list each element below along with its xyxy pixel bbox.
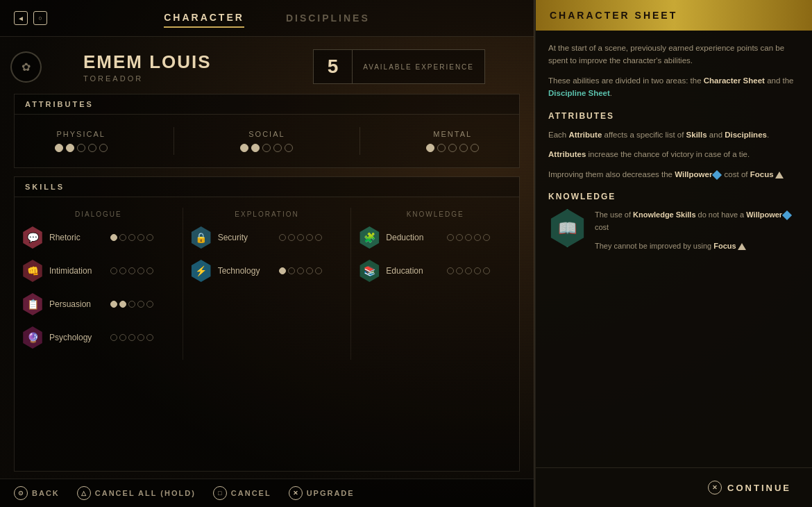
mental-dot-4 bbox=[459, 144, 468, 152]
dialogue-category-label: DIALOGUE bbox=[22, 210, 176, 218]
security-dots bbox=[279, 234, 322, 241]
sheet-content: At the start of a scene, previously earn… bbox=[536, 31, 812, 467]
cancel-button[interactable]: □ CANCEL bbox=[213, 486, 271, 500]
sheet-footer: ✕ CONTINUE bbox=[536, 467, 812, 507]
skill-technology[interactable]: ⚡ Technology bbox=[190, 260, 344, 282]
knowledge-box: 📖 The use of Knowledge Skills do not hav… bbox=[548, 209, 800, 260]
technology-dots bbox=[279, 267, 322, 274]
main-container: ◄ ○ CHARACTER DISCIPLINES ✿ EMEM LOUIS T… bbox=[0, 0, 812, 507]
mental-label: MENTAL bbox=[433, 130, 472, 138]
skills-content: DIALOGUE 💬 Rhetoric bbox=[15, 197, 519, 370]
rhetoric-icon: 💬 bbox=[22, 226, 44, 249]
tab-disciplines[interactable]: DISCIPLINES bbox=[286, 9, 370, 27]
character-info: ✿ EMEM LOUIS TOREADOR 5 AVAILABLE EXPERI… bbox=[0, 37, 534, 94]
psychology-dots bbox=[110, 334, 153, 341]
skills-header: SKILLS bbox=[15, 177, 519, 197]
continue-button[interactable]: ✕ CONTINUE bbox=[700, 476, 800, 499]
physical-label: PHYSICAL bbox=[56, 130, 105, 138]
attribute-social: SOCIAL bbox=[240, 130, 293, 152]
technology-label: Technology bbox=[218, 266, 273, 276]
rhetoric-dots bbox=[110, 234, 153, 241]
intimidation-dots bbox=[110, 267, 153, 274]
upgrade-icon: ✕ bbox=[289, 486, 303, 500]
persuasion-icon: 📋 bbox=[22, 293, 44, 315]
social-dot-3 bbox=[262, 144, 271, 152]
intimidation-label: Intimidation bbox=[49, 266, 105, 276]
physical-dot-1 bbox=[55, 144, 63, 152]
deduction-label: Deduction bbox=[386, 233, 441, 242]
persuasion-label: Persuasion bbox=[49, 299, 105, 309]
deduction-icon: 🧩 bbox=[358, 226, 380, 249]
back-button-label: BACK bbox=[32, 489, 60, 497]
tab-character[interactable]: CHARACTER bbox=[164, 8, 244, 28]
social-label: SOCIAL bbox=[248, 130, 285, 138]
attribute-physical: PHYSICAL bbox=[55, 130, 108, 152]
back-button[interactable]: ⊙ BACK bbox=[14, 486, 60, 500]
persuasion-dots bbox=[110, 301, 153, 308]
experience-label: AVAILABLE EXPERIENCE bbox=[353, 58, 484, 76]
knowledge-sheet-title: KNOWLEDGE bbox=[548, 190, 800, 203]
intimidation-icon: 👊 bbox=[22, 260, 44, 282]
bottom-bar: ⊙ BACK △ CANCEL ALL (HOLD) □ CANCEL ✕ UP… bbox=[0, 479, 534, 507]
skill-security[interactable]: 🔒 Security bbox=[190, 226, 344, 249]
technology-icon: ⚡ bbox=[190, 260, 212, 282]
education-label: Education bbox=[386, 266, 441, 276]
sheet-intro-1: At the start of a scene, previously earn… bbox=[548, 42, 800, 67]
education-icon: 📚 bbox=[358, 260, 380, 282]
cancel-all-button[interactable]: △ CANCEL ALL (HOLD) bbox=[77, 486, 196, 500]
cancel-icon: □ bbox=[213, 486, 227, 500]
upgrade-label: UPGRADE bbox=[307, 489, 355, 497]
physical-dot-4 bbox=[88, 144, 96, 152]
attributes-row: PHYSICAL SOCIAL bbox=[15, 115, 519, 167]
skill-persuasion[interactable]: 📋 Persuasion bbox=[22, 293, 176, 315]
skill-column-knowledge: KNOWLEDGE 🧩 Deduction bbox=[351, 204, 519, 363]
social-dot-4 bbox=[273, 144, 282, 152]
skill-education[interactable]: 📚 Education bbox=[358, 260, 512, 282]
skill-rhetoric[interactable]: 💬 Rhetoric bbox=[22, 226, 176, 249]
deduction-dots bbox=[447, 234, 490, 241]
social-dot-5 bbox=[285, 144, 293, 152]
cancel-all-icon: △ bbox=[77, 486, 91, 500]
continue-circle-icon: ✕ bbox=[708, 481, 722, 494]
top-nav: ◄ ○ CHARACTER DISCIPLINES bbox=[0, 0, 534, 37]
character-name: EMEM LOUIS bbox=[83, 51, 299, 73]
social-dot-2 bbox=[251, 144, 260, 152]
attr-divider-2 bbox=[360, 127, 360, 155]
back-arrow-icon: ◄ bbox=[14, 11, 28, 25]
psychology-icon: 🔮 bbox=[22, 326, 44, 349]
education-dots bbox=[447, 267, 490, 274]
mental-dot-5 bbox=[471, 144, 479, 152]
attribute-mental: MENTAL bbox=[426, 130, 479, 152]
continue-label: CONTINUE bbox=[727, 483, 791, 493]
physical-dot-5 bbox=[99, 144, 108, 152]
right-panel: CHARACTER SHEET At the start of a scene,… bbox=[534, 0, 812, 507]
physical-dots bbox=[55, 144, 108, 152]
nav-back[interactable]: ◄ ○ bbox=[14, 11, 47, 25]
knowledge-focus-icon bbox=[738, 243, 746, 250]
left-panel: ◄ ○ CHARACTER DISCIPLINES ✿ EMEM LOUIS T… bbox=[0, 0, 534, 507]
knowledge-hex-icon: 📖 bbox=[548, 209, 586, 247]
upgrade-button[interactable]: ✕ UPGRADE bbox=[289, 486, 355, 500]
focus-triangle-icon bbox=[775, 172, 784, 178]
cancel-label: CANCEL bbox=[231, 489, 271, 497]
skills-section: SKILLS DIALOGUE 💬 Rhetoric bbox=[14, 176, 520, 472]
knowledge-diamond-icon bbox=[782, 210, 792, 220]
attributes-section: ATTRIBUTES PHYSICAL SOCIAL bbox=[14, 94, 520, 168]
skill-deduction[interactable]: 🧩 Deduction bbox=[358, 226, 512, 249]
physical-dot-3 bbox=[77, 144, 85, 152]
experience-value: 5 bbox=[314, 50, 353, 83]
sheet-title: CHARACTER SHEET bbox=[550, 10, 677, 21]
mental-dots bbox=[426, 144, 479, 152]
social-dots bbox=[240, 144, 293, 152]
physical-dot-2 bbox=[66, 144, 74, 152]
knowledge-text: The use of Knowledge Skills do not have … bbox=[595, 209, 800, 260]
mental-dot-3 bbox=[448, 144, 457, 152]
skill-psychology[interactable]: 🔮 Psychology bbox=[22, 326, 176, 349]
sheet-header: CHARACTER SHEET bbox=[536, 0, 812, 31]
experience-box: 5 AVAILABLE EXPERIENCE bbox=[313, 49, 485, 84]
attr-desc-2: Attributes increase the chance of victor… bbox=[548, 148, 800, 160]
mental-dot-2 bbox=[437, 144, 446, 152]
skill-intimidation[interactable]: 👊 Intimidation bbox=[22, 260, 176, 282]
character-clan: TOREADOR bbox=[83, 74, 299, 83]
attr-desc-1: Each Attribute affects a specific list o… bbox=[548, 128, 800, 141]
